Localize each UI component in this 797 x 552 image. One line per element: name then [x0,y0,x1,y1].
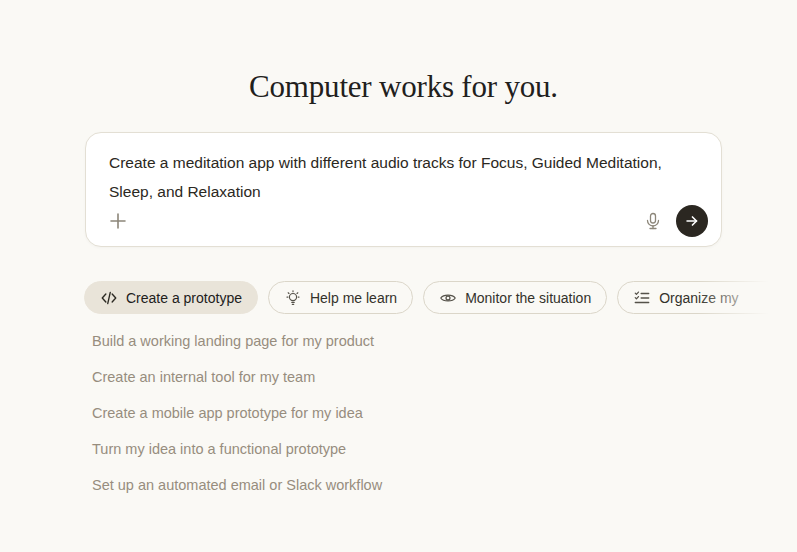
mic-button[interactable] [643,211,663,231]
eye-icon [439,289,457,307]
tab-label: Help me learn [310,290,397,306]
composer-input[interactable]: Create a meditation app with different a… [86,133,721,206]
suggestion-item[interactable]: Turn my idea into a functional prototype [92,431,382,467]
composer-card: Create a meditation app with different a… [85,132,722,247]
plus-icon [109,212,127,230]
lightbulb-icon [284,289,302,307]
tab-monitor-the-situation[interactable]: Monitor the situation [423,281,607,314]
checklist-icon [633,289,651,307]
send-button[interactable] [676,205,708,237]
tab-label: Create a prototype [126,290,242,306]
tab-label: Monitor the situation [465,290,591,306]
code-icon [100,289,118,307]
suggestion-item[interactable]: Set up an automated email or Slack workf… [92,467,382,503]
category-tabs: Create a prototype Help me learn Monitor… [84,281,797,314]
composer-toolbar-right [643,205,708,237]
suggestion-item[interactable]: Create an internal tool for my team [92,359,382,395]
suggestion-item[interactable]: Build a working landing page for my prod… [92,323,382,359]
suggestion-item[interactable]: Create a mobile app prototype for my ide… [92,395,382,431]
tab-help-me-learn[interactable]: Help me learn [268,281,413,314]
suggestion-list: Build a working landing page for my prod… [92,323,382,503]
tab-label: Organize my [659,290,738,306]
tab-create-a-prototype[interactable]: Create a prototype [84,281,258,314]
page-title: Computer works for you. [85,69,722,105]
arrow-right-icon [683,212,701,230]
microphone-icon [643,211,663,231]
attach-button[interactable] [109,212,127,230]
composer-toolbar [109,205,708,237]
tab-organize[interactable]: Organize my [617,281,797,314]
